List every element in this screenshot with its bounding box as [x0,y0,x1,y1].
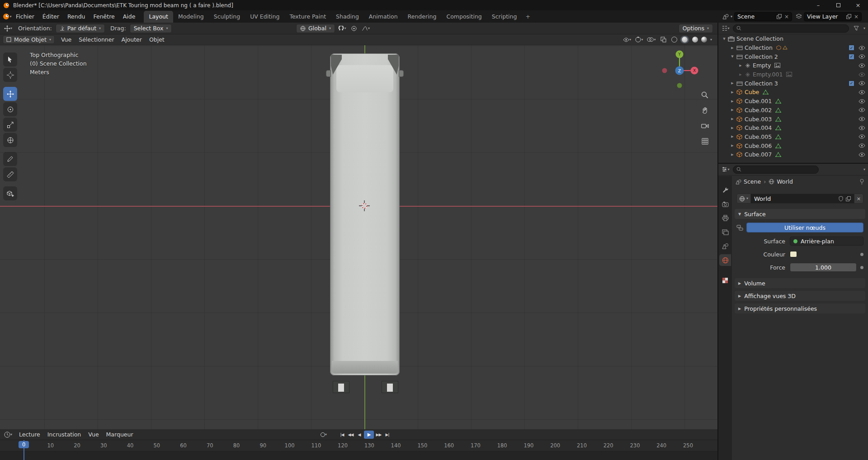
car-body-object[interactable] [330,53,400,375]
xray-toggle-button[interactable] [659,35,668,44]
auto-keyframe-button[interactable]: ▾ [319,430,328,439]
fake-user-icon[interactable] [839,196,843,201]
zoom-button[interactable] [700,90,709,100]
active-tool-button[interactable]: ▾ [4,24,13,33]
scale-tool[interactable] [3,118,17,132]
properties-search-field[interactable] [733,166,819,174]
play-reverse-button[interactable]: ◀ [355,431,363,439]
outliner-row-cube[interactable]: ▶ Cube [718,88,868,97]
hide-in-viewport-eye-icon[interactable] [859,90,865,95]
viewport-menu-selectionner[interactable]: Sélectionner [75,35,118,44]
annotate-tool[interactable] [3,152,17,166]
transform-space-dropdown[interactable]: Global ▾ [296,24,335,33]
hide-in-viewport-eye-icon[interactable] [859,63,865,68]
hide-in-viewport-eye-icon[interactable] [859,99,865,104]
collection-checkbox[interactable]: ✓ [849,54,854,60]
outliner-row-cube-005[interactable]: ▶ Cube.005 [718,133,868,142]
menu-aide[interactable]: Aide [119,11,140,22]
move-tool[interactable] [3,87,17,101]
workspace-tab-texture-paint[interactable]: Texture Paint [284,11,331,23]
filter-icon[interactable] [852,24,861,33]
animate-decorator-icon[interactable] [860,253,863,256]
expand-icon[interactable]: ▶ [729,100,736,103]
viewport-menu-vue[interactable]: Vue [57,35,75,44]
expand-icon[interactable]: ▶ [737,73,744,76]
chevron-down-icon[interactable]: ▾ [863,27,865,30]
pin-icon[interactable] [859,179,864,185]
hide-in-viewport-eye-icon[interactable] [859,143,865,148]
animate-decorator-icon[interactable] [860,266,863,269]
hide-in-viewport-eye-icon[interactable] [859,46,865,50]
workspace-tab-sculpting[interactable]: Sculpting [209,11,245,23]
timeline-ruler[interactable]: 0102030405060708090100110120130140150160… [0,440,717,451]
scene-name-field[interactable]: Scene × [734,12,792,21]
navigation-gizmo[interactable]: Y X Z [659,48,700,90]
strength-slider[interactable]: 1.000 [790,263,857,272]
outliner-row-empty-001[interactable]: ▶ Empty.001 [718,70,868,79]
tab-view-layer[interactable] [719,226,731,238]
jump-to-next-keyframe-button[interactable]: ▶▶ [375,431,382,439]
remove-view-layer-icon[interactable]: × [854,14,859,20]
timeline-menu-vue[interactable]: Vue [85,430,102,439]
workspace-tab-compositing[interactable]: Compositing [441,11,486,23]
collection-checkbox[interactable]: ✓ [849,81,854,86]
gizmo-neg-y-axis[interactable] [677,83,682,88]
jump-to-end-button[interactable]: ▶| [383,431,391,439]
viewport-display-panel-header[interactable]: ▶ Affichage vues 3D [735,291,865,301]
rendered-shading-button[interactable] [701,37,707,43]
blender-menu-button[interactable]: ▾ [3,12,12,21]
expand-icon[interactable]: ▶ [729,117,736,121]
tab-world[interactable] [719,254,731,266]
timeline-menu-lecture[interactable]: Lecture [15,430,44,439]
collapse-icon[interactable]: ▼ [729,55,736,58]
outliner-row-scene-collection[interactable]: ▼ Scene Collection [718,34,868,43]
tab-tool[interactable] [719,184,731,196]
3d-viewport[interactable]: Top Orthographic(0) Scene CollectionMete… [0,45,717,429]
cursor-tool[interactable] [3,68,17,82]
expand-icon[interactable]: ▶ [729,126,736,130]
tab-texture[interactable] [719,275,731,286]
play-button[interactable]: ▶ [364,431,374,439]
custom-properties-panel-header[interactable]: ▶ Propriétés personnalisées [735,304,865,313]
hide-in-viewport-eye-icon[interactable] [859,117,865,121]
hide-in-viewport-eye-icon[interactable] [859,81,865,85]
tab-scene[interactable] [719,240,731,252]
measure-tool[interactable] [3,167,17,181]
mode-dropdown[interactable]: Mode Objet ▾ [3,35,55,44]
workspace-tab-scripting[interactable]: Scripting [487,11,522,23]
timeline-menu-incrustation[interactable]: Incrustation [44,430,85,439]
chevron-down-icon[interactable]: ▾ [863,168,865,171]
wireframe-shading-button[interactable] [671,37,677,43]
outliner-row-cube-002[interactable]: ▶ Cube.002 [718,106,868,115]
breadcrumb-world[interactable]: World [769,178,793,185]
outliner-row-collection[interactable]: ▶ Collection ✓ [718,43,868,52]
add-cube-tool[interactable] [3,186,17,200]
color-swatch[interactable] [790,251,797,257]
falloff-dropdown[interactable]: ▾ [361,24,370,33]
hide-in-viewport-eye-icon[interactable] [859,108,865,112]
timeline-body[interactable] [0,451,717,460]
hide-in-viewport-eye-icon[interactable] [859,72,865,77]
outliner-row-cube-004[interactable]: ▶ Cube.004 [718,123,868,133]
object-visibility-dropdown[interactable]: ▾ [623,35,632,44]
expand-icon[interactable]: ▶ [729,144,736,147]
toggle-ortho-button[interactable] [700,137,709,146]
collapse-icon[interactable]: ▼ [721,37,727,41]
close-button[interactable]: × [848,0,868,10]
view-layer-selector[interactable]: View Layer × [796,12,862,21]
rotate-tool[interactable] [3,102,17,116]
pan-button[interactable] [700,106,709,115]
new-scene-icon[interactable] [777,14,782,19]
tab-output[interactable] [719,212,731,224]
jump-to-prev-keyframe-button[interactable]: ◀◀ [347,431,354,439]
timeline-menu-marqueur[interactable]: Marqueur [103,430,137,439]
outliner-row-collection-2[interactable]: ▼ Collection 2 ✓ [718,52,868,61]
hide-in-viewport-eye-icon[interactable] [859,152,865,157]
gizmo-neg-x-axis[interactable] [662,68,667,73]
menu-fenetre[interactable]: Fenêtre [90,11,119,22]
expand-icon[interactable]: ▶ [729,90,736,94]
drag-dropdown[interactable]: Select Box ▾ [130,24,172,33]
outliner-row-collection-3[interactable]: ▶ Collection 3 ✓ [718,79,868,88]
shading-dropdown-icon[interactable]: ▾ [710,38,712,42]
menu-fichier[interactable]: Fichier [12,11,38,22]
